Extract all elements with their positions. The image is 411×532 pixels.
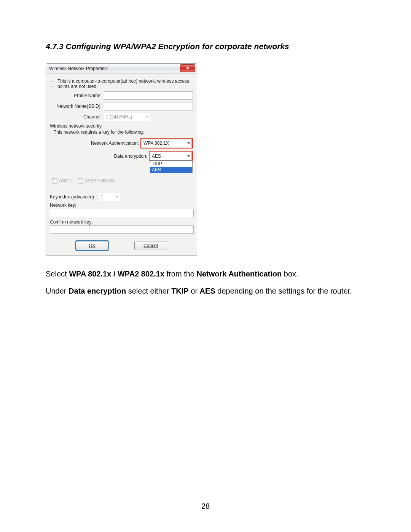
data-encryption-label: Data encryption: [114, 153, 149, 159]
passphrase-label: PASSPHRASE [84, 178, 115, 184]
instruction-2: Under Data encryption select either TKIP… [46, 286, 365, 296]
cancel-button-label: Cancel [143, 243, 158, 248]
ascii-label: ASCII [59, 178, 71, 184]
chevron-down-icon [187, 155, 190, 157]
dialog-title: Wireless Network Properties: [49, 66, 108, 71]
encoding-checkboxes: ASCII PASSPHRASE [52, 177, 193, 185]
data-encryption-value: AES [152, 153, 161, 159]
ascii-checkbox [52, 178, 57, 184]
security-group-label: Wireless network security [50, 123, 193, 129]
instruction-1: Select WPA 802.1x / WPA2 802.1x from the… [46, 269, 365, 279]
dialog-wireless-network-properties: Wireless Network Properties: ✕ This is a… [46, 63, 197, 256]
chevron-down-icon [116, 196, 119, 198]
dialog-titlebar: Wireless Network Properties: ✕ [46, 64, 197, 74]
data-encryption-option-tkip[interactable]: TKIP [150, 161, 192, 167]
confirm-key-label: Confirm network key: [50, 219, 193, 225]
ok-button[interactable]: OK [76, 241, 108, 250]
network-auth-value: WPA 802.1X [143, 141, 169, 146]
ascii-checkbox-row: ASCII [52, 178, 71, 184]
close-icon: ✕ [186, 66, 190, 71]
channel-value: 1 (2412MHz) [106, 114, 132, 120]
channel-select: 1 (2412MHz) [104, 113, 150, 121]
key-index-label: Key index (advanced) : [50, 194, 99, 200]
adhoc-checkbox[interactable] [50, 81, 55, 86]
data-encryption-highlight: AES TKIP AES [149, 151, 193, 161]
network-auth-label: Network Authentication: [91, 141, 140, 146]
profile-name-label: Profile Name: [50, 93, 104, 98]
cancel-button[interactable]: Cancel [134, 241, 167, 250]
data-encryption-select[interactable]: AES [150, 152, 192, 160]
adhoc-checkbox-label: This is a computer-to-computer(ad hoc) n… [57, 78, 193, 89]
ok-button-label: OK [89, 243, 95, 248]
key-index-select: 1 [99, 193, 120, 201]
data-encryption-option-aes[interactable]: AES [150, 167, 192, 173]
ssid-label: Network Name(SSID): [50, 104, 104, 109]
requires-key-text: This network requires a key for the foll… [54, 129, 193, 135]
section-heading: 4.7.3 Configuring WPA/WPA2 Encryption fo… [46, 42, 365, 51]
network-key-label: Network key: [50, 203, 193, 208]
page-number: 28 [0, 502, 411, 511]
channel-label: Channel: [50, 114, 104, 120]
chevron-down-icon [187, 142, 190, 144]
passphrase-checkbox [78, 178, 83, 184]
close-button[interactable]: ✕ [180, 64, 195, 72]
key-index-value: 1 [101, 194, 104, 200]
adhoc-checkbox-row[interactable]: This is a computer-to-computer(ad hoc) n… [50, 78, 193, 89]
data-encryption-dropdown[interactable]: TKIP AES [150, 160, 193, 173]
passphrase-checkbox-row: PASSPHRASE [78, 178, 115, 184]
network-auth-highlight: WPA 802.1X [140, 138, 193, 149]
chevron-down-icon [146, 116, 149, 118]
profile-name-input[interactable] [104, 91, 193, 100]
network-key-input[interactable] [50, 209, 194, 217]
ssid-input[interactable] [104, 102, 193, 110]
network-auth-select[interactable]: WPA 802.1X [142, 139, 192, 147]
confirm-key-input[interactable] [50, 225, 194, 234]
